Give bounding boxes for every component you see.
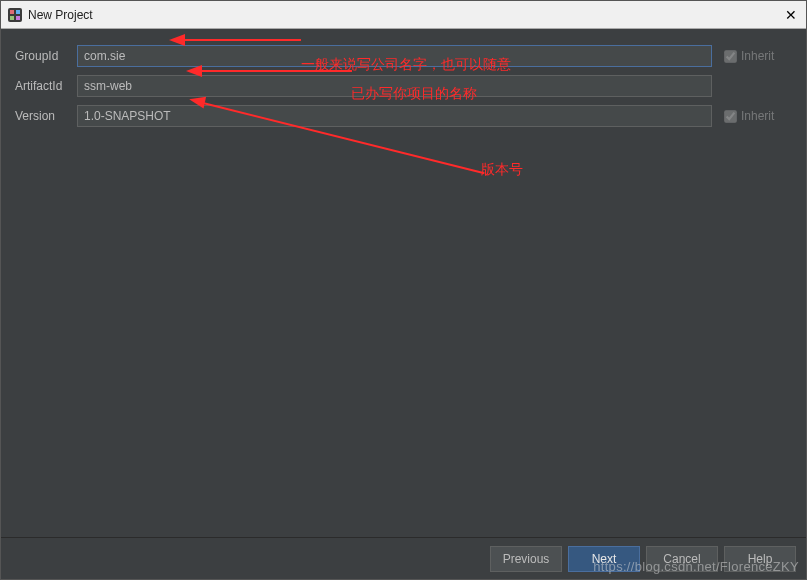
- help-button[interactable]: Help: [724, 546, 796, 572]
- version-input[interactable]: [77, 105, 712, 127]
- groupid-input[interactable]: [77, 45, 712, 67]
- version-row: Version Inherit: [15, 105, 792, 127]
- svg-rect-4: [16, 16, 20, 20]
- groupid-inherit-checkbox: [724, 50, 737, 63]
- groupid-inherit: Inherit: [712, 49, 792, 63]
- window-title: New Project: [28, 8, 782, 22]
- dialog-body: GroupId Inherit ArtifactId Inherit Versi…: [1, 29, 806, 537]
- next-button[interactable]: Next: [568, 546, 640, 572]
- groupid-row: GroupId Inherit: [15, 45, 792, 67]
- groupid-label: GroupId: [15, 49, 77, 63]
- svg-rect-2: [16, 10, 20, 14]
- artifactid-label: ArtifactId: [15, 79, 77, 93]
- annotation-arrow-groupid: [169, 34, 185, 46]
- svg-rect-1: [10, 10, 14, 14]
- groupid-inherit-label: Inherit: [741, 49, 774, 63]
- annotation-text-version: 版本号: [481, 161, 523, 179]
- cancel-button[interactable]: Cancel: [646, 546, 718, 572]
- dialog-window: New Project ✕ GroupId Inherit ArtifactId…: [0, 0, 807, 580]
- artifactid-row: ArtifactId Inherit: [15, 75, 792, 97]
- title-bar[interactable]: New Project ✕: [1, 1, 806, 29]
- artifactid-input[interactable]: [77, 75, 712, 97]
- svg-rect-3: [10, 16, 14, 20]
- version-inherit: Inherit: [712, 109, 792, 123]
- version-inherit-checkbox: [724, 110, 737, 123]
- previous-button[interactable]: Previous: [490, 546, 562, 572]
- annotation-arrow-line-groupid: [185, 39, 301, 41]
- annotation-arrow-line-artifactid: [202, 70, 352, 72]
- dialog-footer: Previous Next Cancel Help: [1, 537, 806, 579]
- app-icon: [7, 7, 23, 23]
- version-inherit-label: Inherit: [741, 109, 774, 123]
- close-icon[interactable]: ✕: [782, 7, 800, 23]
- version-label: Version: [15, 109, 77, 123]
- annotation-arrow-artifactid: [186, 65, 202, 77]
